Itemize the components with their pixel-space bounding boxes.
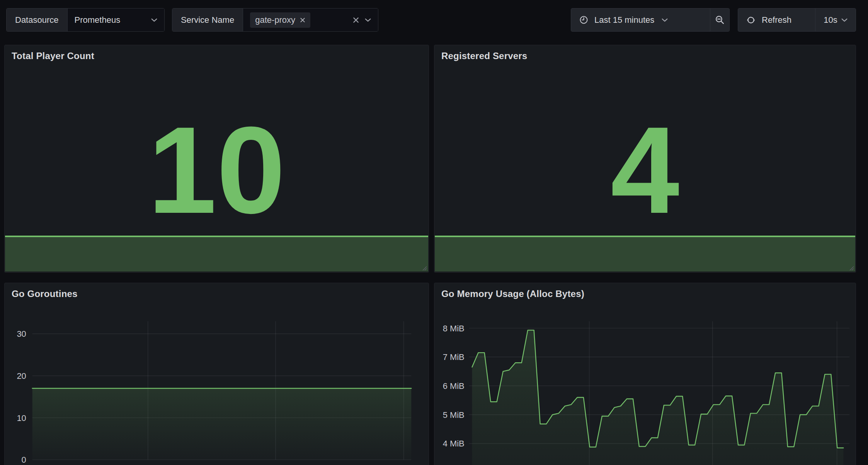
stat-sparkline xyxy=(5,236,428,272)
refresh-interval-picker[interactable]: 10s xyxy=(815,8,856,31)
magnifier-minus-icon xyxy=(715,15,725,25)
stat-value: 10 xyxy=(5,122,429,218)
refresh-controls: Refresh 10s xyxy=(738,8,856,32)
remove-tag-close-icon[interactable] xyxy=(300,17,305,23)
time-range-label: Last 15 minutes xyxy=(594,15,654,25)
datasource-picker: Datasource Prometheus xyxy=(6,8,165,32)
panel-header[interactable]: Total Player Count xyxy=(5,45,429,61)
service-name-tag[interactable]: gate-proxy xyxy=(250,12,310,28)
time-range-picker[interactable]: Last 15 minutes xyxy=(571,8,710,31)
clock-icon xyxy=(579,15,589,25)
chevron-down-icon xyxy=(662,18,668,22)
refresh-interval-value: 10s xyxy=(824,15,837,25)
stat-sparkline xyxy=(435,236,855,272)
panel-title: Registered Servers xyxy=(441,51,849,61)
datasource-label: Datasource xyxy=(7,8,68,31)
svg-text:8 MiB: 8 MiB xyxy=(443,324,465,333)
time-zoom-out-button[interactable] xyxy=(710,8,729,31)
panel-go-memory-usage: Go Memory Usage (Alloc Bytes) 4 MiB5 MiB… xyxy=(434,283,856,465)
datasource-current-value: Prometheus xyxy=(75,15,121,25)
panel-registered-servers: Registered Servers 4 xyxy=(434,45,856,273)
chevron-down-icon xyxy=(151,18,157,22)
clear-selection-close-icon[interactable] xyxy=(352,17,359,24)
memory-usage-chart[interactable]: 4 MiB5 MiB6 MiB7 MiB8 MiB xyxy=(434,283,856,465)
svg-text:0: 0 xyxy=(22,455,26,465)
svg-text:10: 10 xyxy=(17,413,26,423)
refresh-label: Refresh xyxy=(762,15,791,25)
datasource-select[interactable]: Prometheus xyxy=(68,8,164,31)
svg-text:5 MiB: 5 MiB xyxy=(443,410,465,420)
service-name-picker: Service Name gate-proxy xyxy=(172,8,378,32)
dashboard-canvas: Datasource Prometheus Service Name gate-… xyxy=(0,0,868,465)
service-name-label: Service Name xyxy=(172,8,243,31)
svg-text:30: 30 xyxy=(17,329,26,339)
service-name-tag-label: gate-proxy xyxy=(255,15,295,25)
panel-title: Total Player Count xyxy=(12,51,422,61)
refresh-button[interactable]: Refresh xyxy=(738,8,815,31)
panel-header[interactable]: Registered Servers xyxy=(434,45,856,61)
time-controls: Last 15 minutes xyxy=(571,8,730,32)
goroutines-chart[interactable]: 0102030 xyxy=(5,283,429,465)
panel-total-player-count: Total Player Count 10 xyxy=(4,45,429,273)
svg-text:6 MiB: 6 MiB xyxy=(443,381,465,391)
chevron-down-icon xyxy=(841,18,848,22)
service-name-select[interactable]: gate-proxy xyxy=(243,8,378,31)
svg-text:20: 20 xyxy=(17,371,26,381)
resize-grip-icon[interactable] xyxy=(848,265,854,271)
resize-grip-icon[interactable] xyxy=(421,265,427,271)
chevron-down-icon xyxy=(365,18,371,22)
svg-text:7 MiB: 7 MiB xyxy=(443,352,465,362)
refresh-sync-icon xyxy=(746,15,756,25)
panel-go-goroutines: Go Goroutines 0102030 xyxy=(4,283,429,465)
svg-text:4 MiB: 4 MiB xyxy=(443,439,465,448)
stat-value: 4 xyxy=(434,122,856,218)
